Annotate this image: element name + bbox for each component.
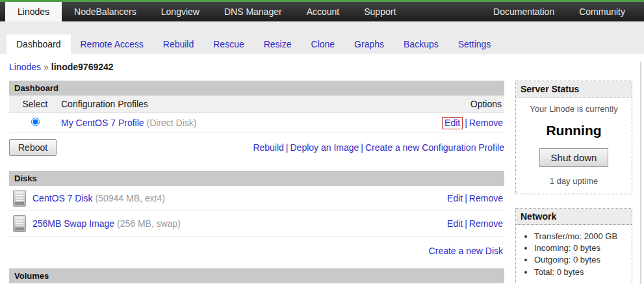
server-status-state: Running — [520, 123, 628, 138]
network-stat: Incoming: 0 bytes — [534, 242, 628, 254]
top-link-documentation[interactable]: Documentation — [481, 2, 567, 21]
server-status-box: Server Status Your Linode is currently R… — [515, 81, 632, 194]
top-nav-right: Documentation Community — [481, 2, 644, 21]
profile-name-link[interactable]: My CentOS 7 Profile — [61, 118, 144, 128]
shut-down-button[interactable]: Shut down — [539, 148, 609, 167]
hard-drive-icon — [13, 215, 26, 232]
disk-detail: (256 MB, swap) — [117, 218, 181, 229]
profile-edit-link[interactable]: Edit — [444, 118, 460, 128]
sub-tab-remote-access[interactable]: Remote Access — [71, 34, 153, 54]
pipe-separator: | — [465, 193, 467, 203]
top-tab-nodebalancers[interactable]: NodeBalancers — [62, 2, 149, 21]
hard-drive-icon — [13, 190, 26, 207]
sub-nav: Dashboard Remote Access Rebuild Rescue R… — [0, 21, 644, 54]
disk-remove-link[interactable]: Remove — [469, 218, 503, 229]
create-new-disk-link[interactable]: Create a new Disk — [429, 246, 503, 256]
pipe-separator: | — [465, 218, 467, 229]
edit-annotation-box: Edit — [442, 117, 463, 129]
pipe-separator: | — [286, 142, 289, 153]
breadcrumb-linodes-link[interactable]: Linodes — [9, 62, 41, 72]
top-nav-tabs: Linodes NodeBalancers Longview DNS Manag… — [0, 2, 481, 21]
disk-detail: (50944 MB, ext4) — [95, 193, 164, 203]
column-configuration-profiles: Configuration Profiles — [61, 99, 426, 109]
breadcrumb-separator: » — [44, 62, 49, 72]
profile-detail: (Direct Disk) — [147, 118, 197, 128]
rebuild-link[interactable]: Rebuild — [253, 142, 283, 153]
sidebar: Server Status Your Linode is currently R… — [515, 81, 632, 284]
create-config-profile-link[interactable]: Create a new Configuration Profile — [365, 142, 504, 153]
breadcrumb: Linodes»linode9769242 — [0, 54, 644, 81]
reboot-button[interactable]: Reboot — [9, 139, 57, 156]
profile-row: My CentOS 7 Profile (Direct Disk) Edit|R… — [9, 113, 504, 133]
server-uptime: 1 day uptime — [520, 176, 628, 186]
main-column: Dashboard Select Configuration Profiles … — [9, 81, 504, 283]
server-status-title: Server Status — [516, 81, 632, 97]
top-nav: Linodes NodeBalancers Longview DNS Manag… — [0, 0, 644, 21]
disk-edit-link[interactable]: Edit — [447, 218, 463, 229]
top-tab-longview[interactable]: Longview — [149, 2, 212, 21]
column-options: Options — [426, 99, 504, 109]
sub-tab-settings[interactable]: Settings — [448, 34, 501, 54]
disk-remove-link[interactable]: Remove — [469, 193, 503, 203]
top-tab-linodes[interactable]: Linodes — [5, 2, 62, 21]
top-tab-support[interactable]: Support — [352, 2, 408, 21]
network-stats-list: Transfer/mo: 2000 GB Incoming: 0 bytes O… — [534, 231, 628, 278]
top-link-community[interactable]: Community — [567, 2, 638, 21]
network-stat: Transfer/mo: 2000 GB — [534, 231, 628, 242]
network-title: Network — [516, 209, 632, 225]
page-content: Linodes»linode9769242 Dashboard Select C… — [0, 54, 644, 284]
network-box: Network Transfer/mo: 2000 GB Incoming: 0… — [515, 208, 632, 284]
sub-tab-backups[interactable]: Backups — [394, 34, 448, 54]
sub-tab-rebuild[interactable]: Rebuild — [153, 34, 203, 54]
disks-section-header: Disks — [9, 171, 504, 186]
network-stat: Outgoing: 0 bytes — [534, 254, 628, 266]
top-tab-account[interactable]: Account — [294, 2, 352, 21]
deploy-image-link[interactable]: Deploy an Image — [290, 142, 359, 153]
disk-row: 256MB Swap Image (256 MB, swap) Edit|Rem… — [9, 211, 504, 237]
sub-tab-rescue[interactable]: Rescue — [203, 34, 253, 54]
profile-remove-link[interactable]: Remove — [469, 118, 503, 128]
network-stat: Total: 0 bytes — [534, 266, 628, 278]
disk-edit-link[interactable]: Edit — [447, 193, 463, 203]
column-select: Select — [9, 99, 61, 109]
pipe-separator: | — [361, 142, 363, 153]
profile-radio[interactable] — [31, 118, 40, 126]
server-status-line: Your Linode is currently — [520, 104, 628, 114]
right-edge-divider — [640, 62, 641, 284]
dashboard-section-header: Dashboard — [9, 81, 504, 96]
pipe-separator: | — [465, 118, 467, 128]
sub-tab-dashboard[interactable]: Dashboard — [6, 34, 71, 54]
disk-name-link[interactable]: 256MB Swap Image — [32, 218, 114, 229]
sub-tab-graphs[interactable]: Graphs — [344, 34, 394, 54]
profiles-table-header: Select Configuration Profiles Options — [9, 96, 504, 113]
disk-name-link[interactable]: CentOS 7 Disk — [32, 193, 93, 203]
sub-tab-resize[interactable]: Resize — [254, 34, 302, 54]
disk-row: CentOS 7 Disk (50944 MB, ext4) Edit|Remo… — [9, 186, 504, 211]
dashboard-actions: Reboot Rebuild|Deploy an Image|Create a … — [9, 139, 504, 156]
volumes-section-header: Volumes — [9, 268, 504, 283]
breadcrumb-current: linode9769242 — [51, 62, 114, 72]
top-tab-dns-manager[interactable]: DNS Manager — [212, 2, 294, 21]
sub-tab-clone[interactable]: Clone — [302, 34, 345, 54]
